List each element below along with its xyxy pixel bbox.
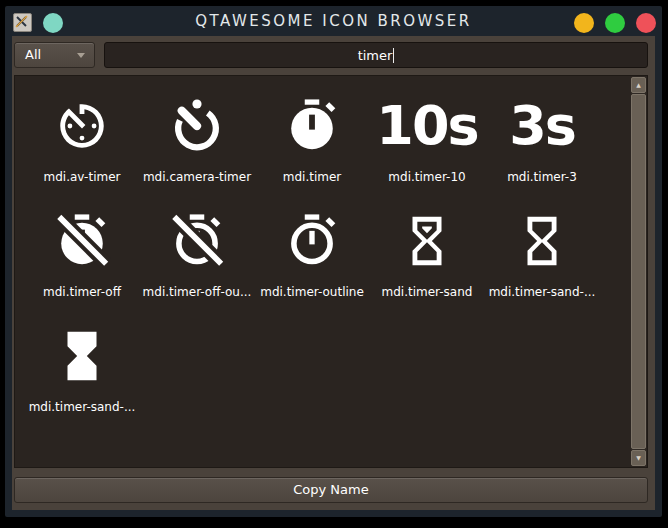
list-item[interactable]: mdi.timer-outline [255, 203, 369, 317]
timer-3-icon: 3s [485, 88, 599, 164]
icon-name-label: mdi.timer-sand [370, 285, 484, 299]
av-timer-icon [25, 88, 139, 164]
icon-name-label: mdi.timer-off-ou... [140, 285, 254, 299]
icon-name-label: mdi.timer-outline [255, 285, 369, 299]
icon-name-label: mdi.timer-3 [485, 170, 599, 184]
list-item[interactable]: 3s mdi.timer-3 [485, 88, 599, 202]
list-item[interactable]: mdi.timer-off [25, 203, 139, 317]
maximize-button[interactable] [605, 13, 625, 33]
list-item[interactable]: mdi.camera-timer [140, 88, 254, 202]
timer-10-icon: 10s [370, 88, 484, 164]
close-button[interactable] [636, 13, 656, 33]
search-input-text: timer [358, 48, 393, 63]
timer-off-outline-icon [140, 203, 254, 279]
timer-outline-icon [255, 203, 369, 279]
icon-name-label: mdi.timer-10 [370, 170, 484, 184]
icon-name-label: mdi.camera-timer [140, 170, 254, 184]
list-item[interactable]: 10s mdi.timer-10 [370, 88, 484, 202]
timer-off-icon [25, 203, 139, 279]
vertical-scrollbar[interactable]: ▲ ▼ [631, 77, 646, 466]
minimize-button[interactable] [574, 13, 594, 33]
font-filter-dropdown[interactable]: All [14, 42, 95, 68]
list-item[interactable]: mdi.timer-sand-... [25, 318, 139, 432]
icon-name-label: mdi.timer-sand-... [485, 285, 599, 299]
timer-sand-icon [370, 203, 484, 279]
font-filter-value: All [25, 47, 41, 62]
list-item[interactable]: mdi.timer-sand [370, 203, 484, 317]
copy-name-button[interactable]: Copy Name [14, 477, 648, 503]
timer-icon [255, 88, 369, 164]
icon-grid: mdi.av-timer mdi.camera-timer [14, 75, 648, 468]
icon-name-label: mdi.timer-off [25, 285, 139, 299]
timer-sand-full-icon [25, 318, 139, 394]
list-item[interactable]: mdi.av-timer [25, 88, 139, 202]
search-input[interactable]: timer [104, 42, 648, 68]
list-item[interactable]: mdi.timer-off-ou... [140, 203, 254, 317]
camera-timer-icon [140, 88, 254, 164]
window-title: QTAWESOME ICON BROWSER [5, 12, 662, 30]
text-cursor [393, 48, 394, 63]
app-window: QTAWESOME ICON BROWSER All timer mdi. [5, 6, 662, 517]
title-bar[interactable]: QTAWESOME ICON BROWSER [5, 6, 662, 36]
scroll-down-button[interactable]: ▼ [631, 450, 646, 466]
icon-name-label: mdi.timer [255, 170, 369, 184]
chevron-down-icon [77, 53, 85, 58]
scroll-up-button[interactable]: ▲ [631, 77, 646, 93]
list-item[interactable]: mdi.timer [255, 88, 369, 202]
timer-sand-empty-icon [485, 203, 599, 279]
list-item[interactable]: mdi.timer-sand-... [485, 203, 599, 317]
icon-name-label: mdi.av-timer [25, 170, 139, 184]
scrollbar-thumb[interactable] [631, 94, 646, 449]
main-content: All timer mdi.av-timer [12, 36, 655, 510]
icon-name-label: mdi.timer-sand-... [25, 400, 139, 414]
